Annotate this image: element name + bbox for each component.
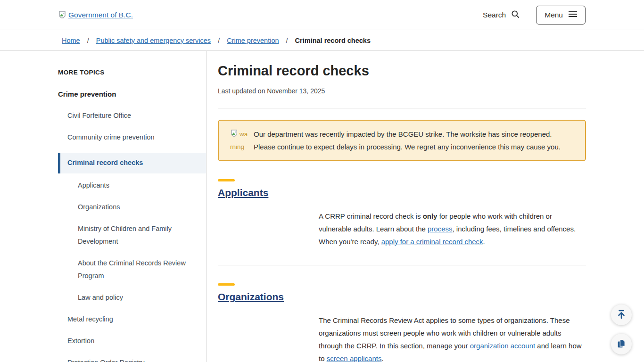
- section-applicants: Applicants A CRRP criminal record check …: [218, 179, 586, 248]
- search-icon: [511, 9, 520, 21]
- search-button[interactable]: Search: [483, 9, 520, 21]
- sidebar-item-applicants[interactable]: Applicants: [78, 179, 206, 192]
- inline-link[interactable]: screen applicants: [327, 354, 382, 362]
- organizations-heading-link[interactable]: Organizations: [218, 291, 284, 302]
- bold-text: only: [423, 212, 438, 220]
- sidebar-item-protection-order-registry[interactable]: Protection Order Registry: [58, 356, 206, 362]
- divider: [218, 108, 586, 108]
- sidebar-item-civil-forfeiture-office[interactable]: Civil Forfeiture Office: [58, 109, 206, 122]
- broken-image-icon: [58, 10, 67, 20]
- arrow-up-icon: [616, 309, 627, 321]
- breadcrumb-separator: /: [87, 37, 89, 44]
- sidebar-title: MORE TOPICS: [58, 69, 206, 76]
- applicants-heading-link[interactable]: Applicants: [218, 187, 268, 198]
- floating-buttons: [611, 304, 632, 354]
- section-body: The Criminal Records Review Act applies …: [319, 314, 586, 362]
- page: Government of B.C. Search Menu: [0, 0, 644, 362]
- sidebar-item-about-the-criminal-records-review-program[interactable]: About the Criminal Records Review Progra…: [78, 257, 206, 282]
- inline-link[interactable]: organization account: [470, 342, 535, 350]
- site-header: Government of B.C. Search Menu: [0, 0, 644, 30]
- logo-alt-text: Government of B.C.: [68, 11, 133, 19]
- sidebar-item-crime-prevention[interactable]: Crime prevention: [58, 88, 206, 100]
- back-to-top-button[interactable]: [611, 304, 632, 325]
- sidebar: MORE TOPICS Crime preventionCivil Forfei…: [0, 51, 206, 362]
- breadcrumb-separator: /: [286, 37, 288, 44]
- gold-accent-bar: [218, 179, 235, 181]
- sidebar-item-criminal-record-checks[interactable]: Criminal record checks: [58, 153, 206, 173]
- sidebar-item-metal-recycling[interactable]: Metal recycling: [58, 313, 206, 326]
- breadcrumb-item[interactable]: Public safety and emergency services: [96, 37, 211, 44]
- inline-link[interactable]: apply for a criminal record check: [381, 238, 483, 246]
- applicants-paragraph: A CRRP criminal record check is only for…: [319, 210, 586, 248]
- sidebar-item-ministry-of-children-and-family-development[interactable]: Ministry of Children and Family Developm…: [78, 222, 206, 248]
- menu-icon: [569, 11, 577, 19]
- layout: MORE TOPICS Crime preventionCivil Forfei…: [0, 51, 644, 362]
- copy-pages-icon: [616, 338, 627, 350]
- breadcrumb-separator: /: [218, 37, 220, 44]
- sidebar-item-law-and-policy[interactable]: Law and policy: [78, 291, 206, 304]
- header-actions: Search Menu: [483, 6, 586, 25]
- inline-link[interactable]: process: [428, 225, 453, 233]
- section-organizations: Organizations The Criminal Records Revie…: [218, 283, 586, 362]
- alert-banner: warning Our department was recently impa…: [218, 120, 586, 161]
- breadcrumb-item[interactable]: Crime prevention: [227, 37, 279, 44]
- gold-accent-bar: [218, 283, 235, 286]
- breadcrumb: Home/Public safety and emergency service…: [0, 30, 644, 51]
- alert-text: Our department was recently impacted by …: [254, 128, 574, 153]
- main-content: Criminal record checks Last updated on N…: [206, 51, 644, 362]
- organizations-paragraph: The Criminal Records Review Act applies …: [319, 314, 586, 362]
- sidebar-item-community-crime-prevention[interactable]: Community crime prevention: [58, 131, 206, 144]
- last-updated: Last updated on November 13, 2025: [218, 87, 586, 95]
- divider: [218, 265, 586, 265]
- menu-button[interactable]: Menu: [536, 6, 586, 25]
- sidebar-item-organizations[interactable]: Organizations: [78, 201, 206, 214]
- logo-link[interactable]: Government of B.C.: [58, 10, 133, 20]
- section-body: A CRRP criminal record check is only for…: [319, 210, 586, 248]
- sidebar-nav: Crime preventionCivil Forfeiture OfficeC…: [58, 88, 206, 362]
- menu-label: Menu: [545, 11, 563, 19]
- sidebar-item-extortion[interactable]: Extortion: [58, 335, 206, 347]
- copy-page-button[interactable]: [611, 334, 632, 354]
- breadcrumb-item: Criminal record checks: [295, 37, 371, 44]
- search-label: Search: [483, 11, 506, 19]
- page-title: Criminal record checks: [218, 63, 586, 79]
- sidebar-subgroup: ApplicantsOrganizationsMinistry of Child…: [70, 179, 206, 304]
- warning-broken-image-icon: warning: [230, 128, 249, 153]
- breadcrumb-item[interactable]: Home: [62, 37, 80, 44]
